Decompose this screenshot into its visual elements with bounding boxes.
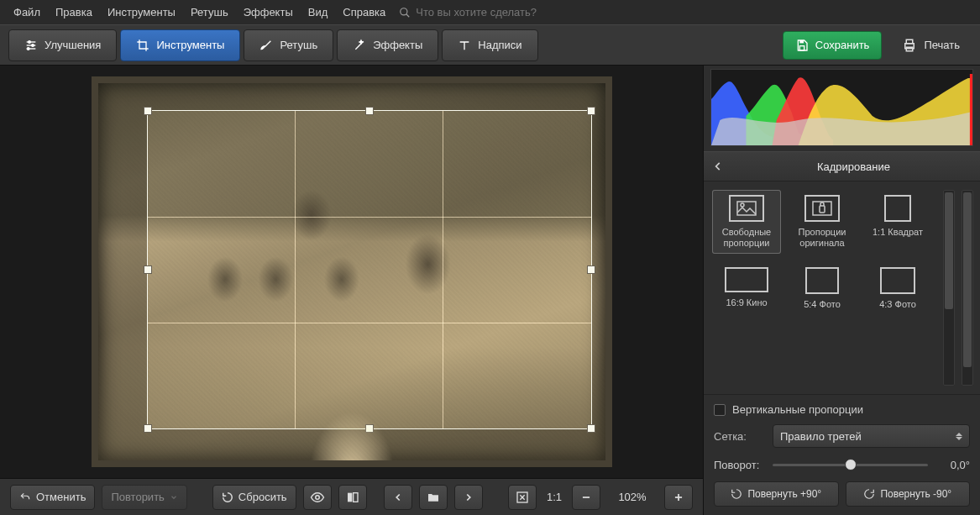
tab-retouch[interactable]: Ретушь bbox=[244, 29, 333, 61]
histogram-svg bbox=[711, 70, 972, 145]
reset-button[interactable]: Сбросить bbox=[212, 485, 296, 510]
main: Отменить Повторить Сбросить bbox=[0, 66, 980, 515]
crop-handle-tm[interactable] bbox=[365, 107, 374, 115]
rotate-slider[interactable] bbox=[773, 456, 928, 473]
crop-handle-br[interactable] bbox=[587, 424, 595, 433]
checkbox-icon bbox=[714, 404, 726, 416]
svg-point-13 bbox=[315, 495, 319, 499]
panel-scrollbar[interactable] bbox=[962, 190, 973, 386]
reset-icon bbox=[222, 491, 233, 503]
rotate-label: Поворот: bbox=[714, 459, 764, 471]
undo-icon bbox=[19, 491, 31, 503]
crop-icon bbox=[136, 39, 149, 52]
grid-select[interactable]: Правило третей bbox=[773, 424, 970, 448]
preset-16-9[interactable]: 16:9 Кино bbox=[712, 262, 781, 315]
wand-icon bbox=[353, 39, 366, 52]
tab-improve[interactable]: Улучшения bbox=[8, 29, 117, 61]
preset-4-3[interactable]: 4:3 Фото bbox=[863, 262, 932, 315]
grid-select-value: Правило третей bbox=[780, 430, 862, 443]
svg-point-6 bbox=[32, 44, 34, 46]
preset-grid: Свободные пропорции Пропорции оригинала … bbox=[712, 190, 936, 316]
preset-label: Свободные пропорции bbox=[722, 227, 771, 249]
menu-search[interactable] bbox=[399, 6, 567, 18]
menu-search-input[interactable] bbox=[416, 6, 567, 18]
crop-handle-tr[interactable] bbox=[587, 107, 595, 115]
panel-controls: Вертикальные пропорции Сетка: Правило тр… bbox=[704, 394, 980, 515]
tab-improve-label: Улучшения bbox=[45, 39, 101, 51]
folder-icon bbox=[427, 491, 440, 504]
preset-label: 4:3 Фото bbox=[879, 299, 916, 310]
svg-rect-9 bbox=[799, 45, 804, 50]
panel-title: Кадрирование bbox=[736, 160, 972, 173]
canvas-viewport[interactable] bbox=[0, 66, 703, 478]
rotate-ccw-button[interactable]: Повернуть +90° bbox=[714, 481, 839, 507]
print-label: Печать bbox=[924, 39, 960, 51]
preset-original[interactable]: Пропорции оригинала bbox=[788, 190, 857, 254]
compare-button[interactable] bbox=[338, 485, 367, 510]
undo-button[interactable]: Отменить bbox=[10, 485, 95, 510]
preset-5-4[interactable]: 5:4 Фото bbox=[788, 262, 857, 315]
rotate-ccw-label: Повернуть +90° bbox=[747, 488, 821, 500]
preset-free[interactable]: Свободные пропорции bbox=[712, 190, 781, 254]
crop-selection[interactable] bbox=[147, 110, 592, 429]
chevron-left-icon bbox=[392, 491, 404, 503]
tab-text[interactable]: Надписи bbox=[442, 29, 537, 61]
zoom-fit-button[interactable] bbox=[508, 485, 537, 510]
tab-tools[interactable]: Инструменты bbox=[120, 29, 240, 61]
preset-label: 5:4 Фото bbox=[804, 299, 841, 310]
menu-help[interactable]: Справка bbox=[336, 3, 392, 22]
toolbar: Улучшения Инструменты Ретушь Эффекты Над… bbox=[0, 25, 980, 66]
footer: Отменить Повторить Сбросить bbox=[0, 478, 703, 515]
reset-label: Сбросить bbox=[238, 491, 287, 503]
document-image[interactable] bbox=[92, 76, 612, 467]
zoom-in-button[interactable] bbox=[664, 485, 693, 510]
spinner-icon bbox=[956, 433, 962, 440]
sliders-icon bbox=[24, 39, 38, 52]
menu-view[interactable]: Вид bbox=[301, 3, 335, 22]
menu-tools[interactable]: Инструменты bbox=[101, 3, 182, 22]
redo-button[interactable]: Повторить bbox=[102, 485, 186, 510]
svg-line-1 bbox=[406, 13, 410, 17]
disk-icon bbox=[795, 39, 809, 52]
tab-effects[interactable]: Эффекты bbox=[337, 29, 438, 61]
search-icon bbox=[399, 7, 411, 18]
menu-retouch[interactable]: Ретушь bbox=[184, 3, 235, 22]
text-icon bbox=[458, 39, 471, 52]
tab-retouch-label: Ретушь bbox=[280, 39, 317, 51]
menu-edit[interactable]: Правка bbox=[49, 3, 99, 22]
print-button[interactable]: Печать bbox=[890, 31, 972, 60]
nav-next-button[interactable] bbox=[454, 485, 483, 510]
crop-handle-mr[interactable] bbox=[587, 265, 595, 274]
menu-file[interactable]: Файл bbox=[7, 3, 47, 22]
crop-handle-bm[interactable] bbox=[365, 424, 374, 433]
vertical-proportions-checkbox[interactable]: Вертикальные пропорции bbox=[714, 395, 970, 416]
side-panel: Кадрирование Свободные пропорции Пропорц… bbox=[703, 66, 980, 515]
save-label: Сохранить bbox=[815, 39, 870, 51]
zoom-out-button[interactable] bbox=[572, 485, 600, 510]
crop-handle-bl[interactable] bbox=[144, 424, 152, 433]
preset-label: 1:1 Квадрат bbox=[873, 227, 923, 238]
preset-1-1[interactable]: 1:1 Квадрат bbox=[863, 190, 932, 254]
crop-handle-tl[interactable] bbox=[144, 107, 152, 115]
preview-button[interactable] bbox=[303, 485, 332, 510]
undo-label: Отменить bbox=[36, 491, 86, 503]
svg-rect-15 bbox=[353, 492, 357, 502]
rotate-cw-button[interactable]: Повернуть -90° bbox=[846, 481, 971, 507]
svg-rect-24 bbox=[820, 206, 825, 213]
preset-scrollbar[interactable] bbox=[943, 190, 955, 386]
svg-rect-21 bbox=[737, 202, 756, 215]
menu-effects[interactable]: Эффекты bbox=[237, 3, 300, 22]
nav-prev-button[interactable] bbox=[384, 485, 412, 510]
open-folder-button[interactable] bbox=[419, 485, 448, 510]
panel-back-button[interactable] bbox=[712, 160, 727, 172]
svg-point-22 bbox=[741, 203, 744, 207]
svg-point-0 bbox=[401, 8, 407, 14]
tab-effects-label: Эффекты bbox=[373, 39, 422, 51]
crop-handle-ml[interactable] bbox=[144, 265, 152, 274]
svg-rect-11 bbox=[907, 39, 914, 44]
svg-point-5 bbox=[29, 40, 31, 43]
save-button[interactable]: Сохранить bbox=[783, 31, 883, 60]
tab-text-label: Надписи bbox=[478, 39, 521, 51]
rotate-value: 0,0° bbox=[936, 459, 970, 471]
zoom-value: 102% bbox=[607, 491, 658, 503]
